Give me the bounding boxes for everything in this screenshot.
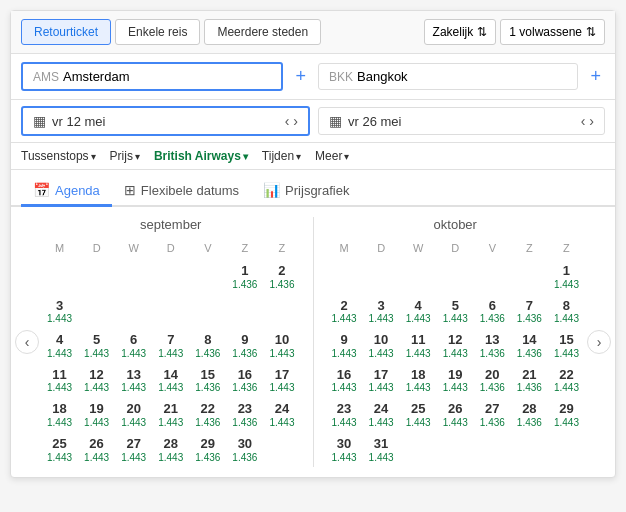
table-row[interactable]: 111.443 [41,364,78,398]
table-row[interactable]: 21.443 [326,295,363,329]
tab-retour[interactable]: Retourticket [21,19,111,45]
tab-flexibel-label: Flexibele datums [141,183,239,198]
destination-field[interactable]: BKK Bangkok [318,63,578,90]
table-row[interactable]: 161.436 [226,364,263,398]
table-row[interactable]: 251.443 [400,398,437,432]
table-row[interactable]: 51.443 [78,329,115,363]
table-row[interactable]: 131.443 [115,364,152,398]
table-row[interactable]: 81.436 [189,329,226,363]
table-row[interactable]: 231.443 [326,398,363,432]
cal-day: 16 [328,367,361,383]
table-row[interactable]: 201.443 [115,398,152,432]
filter-meer[interactable]: Meer ▾ [315,149,349,163]
return-prev-arrow[interactable]: ‹ [581,113,586,129]
table-row[interactable]: 181.443 [41,398,78,432]
class-selector[interactable]: Zakelijk ⇅ [424,19,497,45]
return-next-arrow[interactable]: › [589,113,594,129]
departure-prev-arrow[interactable]: ‹ [285,113,290,129]
table-row[interactable]: 11.436 [226,260,263,294]
table-row[interactable]: 101.443 [263,329,300,363]
table-row[interactable]: 281.436 [511,398,548,432]
table-row[interactable]: 141.443 [152,364,189,398]
table-row[interactable]: 301.443 [326,433,363,467]
cal-day: 27 [117,436,150,452]
table-row[interactable]: 201.436 [474,364,511,398]
table-row[interactable]: 121.443 [437,329,474,363]
cal-price: 1.443 [328,452,361,464]
table-row[interactable]: 181.443 [400,364,437,398]
table-row[interactable]: 91.436 [226,329,263,363]
table-row[interactable]: 91.443 [326,329,363,363]
table-row[interactable]: 291.436 [189,433,226,467]
table-row[interactable]: 231.436 [226,398,263,432]
cal-price: 1.443 [439,313,472,325]
table-row[interactable]: 151.436 [189,364,226,398]
table-row[interactable]: 191.443 [437,364,474,398]
cal-day: 28 [154,436,187,452]
cal-day: 17 [265,367,298,383]
filter-airline[interactable]: British Airways ▾ [154,149,248,163]
table-row[interactable]: 21.436 [263,260,300,294]
table-row[interactable]: 151.443 [548,329,585,363]
filter-tijden[interactable]: Tijden ▾ [262,149,301,163]
tab-enkele[interactable]: Enkele reis [115,19,200,45]
main-container: Retourticket Enkele reis Meerdere steden… [10,10,616,478]
filter-tussenstops-label: Tussenstops [21,149,89,163]
table-row[interactable]: 271.443 [115,433,152,467]
table-row[interactable]: 221.436 [189,398,226,432]
origin-add-button[interactable]: + [291,66,310,87]
origin-field[interactable]: AMS Amsterdam [21,62,283,91]
table-row[interactable]: 31.443 [363,295,400,329]
table-row[interactable]: 61.443 [115,329,152,363]
table-row[interactable]: 251.443 [41,433,78,467]
cal-day: 17 [365,367,398,383]
table-row[interactable]: 211.436 [511,364,548,398]
table-row[interactable]: 41.443 [400,295,437,329]
destination-add-button[interactable]: + [586,66,605,87]
tab-flexibel[interactable]: ⊞ Flexibele datums [112,176,251,207]
departure-next-arrow[interactable]: › [293,113,298,129]
table-row[interactable]: 171.443 [263,364,300,398]
table-row[interactable]: 61.436 [474,295,511,329]
table-row[interactable]: 111.443 [400,329,437,363]
cal-price: 1.443 [328,313,361,325]
table-row[interactable]: 161.443 [326,364,363,398]
table-row[interactable]: 81.443 [548,295,585,329]
table-row[interactable]: 211.443 [152,398,189,432]
table-row[interactable]: 41.443 [41,329,78,363]
tab-grafiek[interactable]: 📊 Prijsgrafiek [251,176,361,207]
calendar-next-button[interactable]: › [587,330,611,354]
table-row[interactable]: 71.436 [511,295,548,329]
table-row[interactable]: 31.443 [41,295,78,329]
table-row[interactable]: 261.443 [437,398,474,432]
table-row[interactable]: 141.436 [511,329,548,363]
table-row[interactable]: 191.443 [78,398,115,432]
table-row[interactable]: 171.443 [363,364,400,398]
cal-day: 12 [80,367,113,383]
table-row[interactable]: 241.443 [363,398,400,432]
filter-prijs[interactable]: Prijs ▾ [110,149,140,163]
table-row[interactable]: 121.443 [78,364,115,398]
table-row[interactable]: 11.443 [548,260,585,294]
table-row[interactable]: 291.443 [548,398,585,432]
departure-date-field[interactable]: ▦ vr 12 mei ‹ › [21,106,310,136]
table-row[interactable]: 261.443 [78,433,115,467]
table-row[interactable]: 131.436 [474,329,511,363]
table-row[interactable]: 101.443 [363,329,400,363]
return-date-field[interactable]: ▦ vr 26 mei ‹ › [318,107,605,135]
passengers-selector[interactable]: 1 volwassene ⇅ [500,19,605,45]
table-row[interactable]: 221.443 [548,364,585,398]
table-row[interactable]: 311.443 [363,433,400,467]
table-row[interactable]: 51.443 [437,295,474,329]
calendar-september: september M D W D V Z Z 11.43621.43631.4… [41,217,301,467]
table-row[interactable]: 241.443 [263,398,300,432]
table-row[interactable]: 71.443 [152,329,189,363]
cal-day: 3 [43,298,76,314]
table-row[interactable]: 271.436 [474,398,511,432]
tab-meerdere[interactable]: Meerdere steden [204,19,321,45]
calendar-prev-button[interactable]: ‹ [15,330,39,354]
table-row[interactable]: 301.436 [226,433,263,467]
tab-agenda[interactable]: 📅 Agenda [21,176,112,207]
filter-tussenstops[interactable]: Tussenstops ▾ [21,149,96,163]
table-row[interactable]: 281.443 [152,433,189,467]
